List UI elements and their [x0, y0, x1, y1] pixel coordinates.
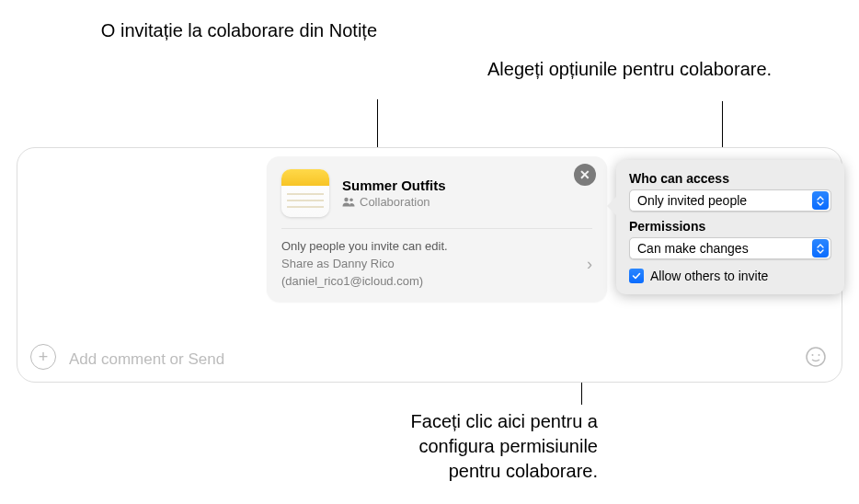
svg-point-2	[819, 354, 820, 356]
access-value: Only invited people	[637, 193, 747, 208]
close-icon: ✕	[579, 167, 590, 182]
access-select[interactable]: Only invited people	[629, 189, 831, 212]
people-icon	[342, 197, 355, 207]
invite-text-line2: Share as Danny Rico	[281, 256, 448, 273]
plus-icon: +	[39, 348, 49, 367]
input-row: + Add comment or Send	[17, 338, 842, 382]
select-arrows-icon	[812, 191, 829, 210]
close-button[interactable]: ✕	[574, 164, 596, 186]
select-arrows-icon	[812, 239, 829, 258]
svg-point-4	[349, 199, 353, 202]
chevron-right-icon: ›	[587, 255, 592, 274]
access-label: Who can access	[629, 171, 831, 186]
emoji-button[interactable]	[803, 344, 829, 370]
permissions-select[interactable]: Can make changes	[629, 237, 831, 259]
svg-point-0	[807, 348, 825, 366]
svg-point-1	[812, 354, 814, 356]
collaboration-row: Collaboration	[342, 195, 446, 209]
collaboration-label: Collaboration	[360, 195, 430, 209]
permissions-value: Can make changes	[637, 241, 749, 256]
callout-invite: O invitație la colaborare din Notițe	[28, 18, 377, 43]
allow-invite-label: Allow others to invite	[650, 269, 768, 283]
permissions-label: Permissions	[629, 219, 831, 234]
callout-options: Alegeți opțiunile pentru colaborare.	[487, 57, 837, 82]
options-popover: Who can access Only invited people Permi…	[616, 160, 844, 294]
svg-point-3	[344, 198, 348, 201]
invite-body[interactable]: Only people you invite can edit. Share a…	[281, 238, 592, 291]
invite-text-line1: Only people you invite can edit.	[281, 238, 448, 256]
callout-permissions: Faceți clic aici pentru a configura perm…	[377, 409, 598, 484]
invite-title-block: Summer Outfits Collaboration	[342, 178, 446, 209]
emoji-icon	[805, 346, 827, 368]
notes-app-icon	[281, 169, 329, 217]
allow-invite-checkbox[interactable]	[629, 269, 644, 283]
invite-text: Only people you invite can edit. Share a…	[281, 238, 448, 291]
invite-text-line3: (daniel_rico1@icloud.com)	[281, 273, 448, 291]
checkmark-icon	[632, 271, 641, 281]
invite-card: Summer Outfits Collaboration ✕ Only peop…	[267, 156, 607, 302]
note-title: Summer Outfits	[342, 178, 446, 193]
invite-header: Summer Outfits Collaboration ✕	[281, 169, 592, 229]
add-button[interactable]: +	[30, 344, 56, 370]
comment-input[interactable]: Add comment or Send	[69, 345, 803, 369]
allow-invite-row[interactable]: Allow others to invite	[629, 269, 831, 283]
